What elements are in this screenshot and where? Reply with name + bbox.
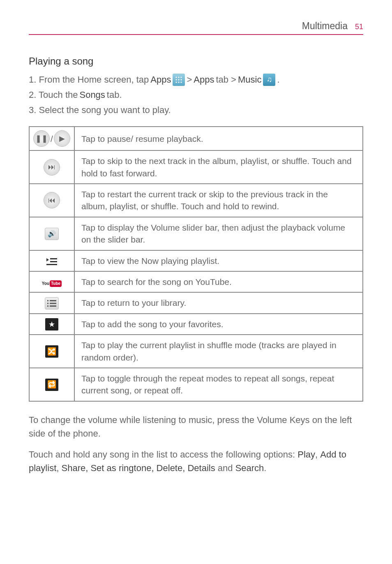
footer-paragraph-2: Touch and hold any song in the list to a…: [29, 448, 363, 475]
svg-rect-17: [47, 305, 48, 307]
youtube-icon: YouTube: [42, 280, 62, 287]
opt-share-etc: Share, Set as ringtone, Delete, Details: [61, 463, 215, 473]
footer-p2-prefix: Touch and hold any song in the list to a…: [29, 449, 297, 460]
table-row: Tap to view the Now playing playlist.: [29, 250, 363, 271]
header-page-number: 51: [355, 23, 363, 31]
table-row: 🔀 Tap to play the current playlist in sh…: [29, 335, 363, 368]
step-2: 2. Touch the Songs tab.: [29, 88, 363, 102]
svg-point-3: [176, 79, 177, 80]
svg-rect-15: [47, 303, 48, 304]
previous-track-icon: ⏮: [44, 192, 60, 208]
step-1-tab-word: tab >: [216, 73, 236, 87]
step-2-suffix: tab.: [107, 88, 122, 102]
row-desc: Tap to toggle through the repeat modes t…: [74, 368, 363, 401]
footer-paragraph-1: To change the volume while listening to …: [29, 413, 363, 440]
table-row: ⏭ Tap to skip to the next track in the a…: [29, 150, 363, 184]
music-note-icon: ♫: [263, 74, 275, 86]
row-desc: Tap to pause/ resume playback.: [74, 127, 363, 150]
svg-point-4: [178, 79, 180, 80]
page-header: Multimedia 51: [29, 21, 363, 35]
svg-point-5: [181, 79, 182, 80]
svg-rect-18: [50, 305, 56, 307]
table-row: 🔁 Tap to toggle through the repeat modes…: [29, 368, 363, 401]
svg-point-2: [181, 76, 182, 78]
svg-rect-13: [47, 300, 48, 301]
table-row: 🔊 Tap to display the Volume slider bar, …: [29, 217, 363, 250]
step-2-prefix: 2. Touch the: [29, 88, 78, 102]
controls-table: ❚❚ / ▶ Tap to pause/ resume playback. ⏭ …: [29, 126, 363, 401]
svg-rect-16: [50, 303, 56, 304]
table-row: ⏮ Tap to restart the current track or sk…: [29, 184, 363, 217]
step-3: 3. Select the song you want to play.: [29, 103, 363, 117]
favorite-star-icon: ★: [45, 318, 58, 331]
step-3-text: 3. Select the song you want to play.: [29, 103, 171, 117]
pause-icon: ❚❚: [33, 130, 50, 147]
svg-point-1: [178, 76, 180, 78]
row-desc: Tap to skip to the next track in the alb…: [74, 150, 363, 184]
step-1-music-label: Music: [238, 73, 261, 87]
row-desc: Tap to display the Volume slider bar, th…: [74, 217, 363, 250]
step-1-apps-tab-label: Apps: [194, 73, 214, 87]
step-1-apps-label: Apps: [150, 73, 171, 87]
library-list-icon: [45, 297, 59, 310]
table-row: ❚❚ / ▶ Tap to pause/ resume playback.: [29, 127, 363, 150]
svg-point-7: [178, 81, 180, 83]
table-row: Tap to return to your library.: [29, 292, 363, 313]
svg-marker-9: [46, 258, 49, 261]
repeat-icon: 🔁: [45, 379, 58, 391]
svg-rect-12: [46, 264, 57, 265]
svg-point-8: [181, 81, 182, 83]
row-desc: Tap to play the current playlist in shuf…: [74, 335, 363, 368]
apps-grid-icon: [173, 74, 185, 86]
step-1-suffix: .: [277, 73, 279, 87]
svg-rect-14: [50, 300, 56, 301]
table-row: YouTube Tap to search for the song on Yo…: [29, 271, 363, 292]
pause-play-icon-cell: ❚❚ / ▶: [29, 127, 74, 150]
step-1-gt: >: [187, 73, 192, 87]
table-row: ★ Tap to add the song to your favorites.: [29, 314, 363, 335]
opt-play: Play: [297, 449, 315, 460]
step-1-text-prefix: 1. From the Home screen, tap: [29, 73, 149, 87]
row-desc: Tap to restart the current track or skip…: [74, 184, 363, 217]
svg-rect-11: [50, 261, 57, 262]
row-desc: Tap to search for the song on YouTube.: [74, 271, 363, 292]
step-1: 1. From the Home screen, tap Apps > Apps…: [29, 73, 363, 87]
shuffle-icon: 🔀: [45, 345, 58, 358]
row-desc: Tap to return to your library.: [74, 292, 363, 313]
row-desc: Tap to add the song to your favorites.: [74, 314, 363, 335]
play-icon: ▶: [54, 130, 70, 147]
svg-point-0: [176, 76, 177, 78]
step-2-songs-label: Songs: [79, 88, 105, 102]
next-track-icon: ⏭: [44, 159, 60, 176]
opt-search: Search: [235, 463, 264, 473]
svg-rect-10: [50, 258, 57, 259]
section-heading: Playing a song: [29, 55, 363, 67]
now-playing-playlist-icon: [45, 257, 59, 266]
header-section-title: Multimedia: [302, 21, 348, 32]
row-desc: Tap to view the Now playing playlist.: [74, 250, 363, 271]
volume-icon: 🔊: [45, 228, 59, 240]
svg-point-6: [176, 81, 177, 83]
